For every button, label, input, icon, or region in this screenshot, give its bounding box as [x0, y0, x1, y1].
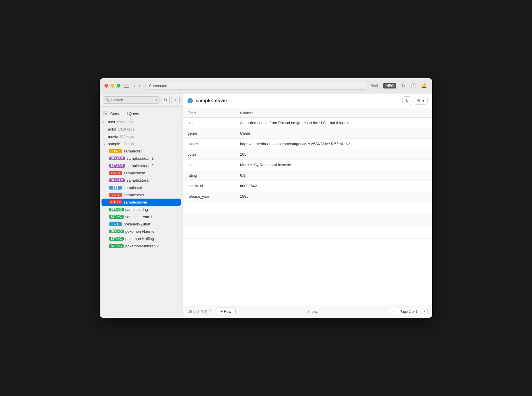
field-name: release_year	[183, 191, 235, 202]
table-row[interactable]: title Murder: By Reason of Insanity	[183, 160, 432, 170]
empty-row	[183, 214, 432, 226]
search-input[interactable]	[111, 98, 155, 102]
list-item[interactable]: STRING sample:string	[100, 206, 183, 213]
maximize-button[interactable]	[117, 84, 120, 88]
command-query-item[interactable]: ⊞ Command Query	[100, 109, 183, 118]
item-label: sample:hash	[124, 171, 145, 175]
search-icon: 🔍	[105, 98, 110, 102]
footer: DB 0 (8,404) ⌃ + Row 8 rows ‹ Page 1 of …	[183, 305, 432, 318]
sample-items: LIST sample:list STREAM sample:stream3 S…	[100, 147, 183, 250]
sidebar-toggle-button[interactable]	[124, 84, 129, 88]
db-selector-button[interactable]: ⌃	[209, 310, 211, 314]
db-label: DB 0 (8,404)	[188, 310, 207, 314]
field-content: 1985	[235, 191, 432, 202]
type-badge: STRING	[109, 230, 124, 233]
command-query-label: Command Query	[110, 112, 139, 116]
type-badge: STRING	[109, 244, 124, 248]
forward-button[interactable]: ›	[138, 83, 141, 89]
type-badge: STREAM	[109, 157, 125, 160]
list-item[interactable]: STRING pokemon-Koffing	[100, 235, 183, 242]
sidebar-refresh-button[interactable]: ↻	[162, 96, 170, 104]
field-content: Murder: By Reason of Insanity	[235, 160, 432, 170]
table-row[interactable]: release_year 1985	[183, 191, 432, 202]
item-label: sample:string	[125, 207, 148, 212]
row-count: 8 rows	[240, 310, 385, 314]
list-item[interactable]: ZSET sample:zset	[100, 191, 183, 199]
search-box: 🔍 ▾	[103, 96, 160, 104]
item-label: sample:movie	[124, 200, 147, 204]
content-refresh-button[interactable]: ↻	[402, 96, 411, 105]
info-button[interactable]: INFO	[383, 83, 396, 88]
list-item[interactable]: HASH sample:movie	[102, 199, 181, 206]
gear-icon: ⚙	[417, 98, 421, 103]
list-item[interactable]: STRING sample:stream1	[100, 213, 183, 220]
item-label: sample:stream2	[127, 164, 153, 168]
table-row[interactable]: ibmdb_id tt0089642	[183, 181, 432, 191]
sidebar-list: ⊞ Command Query › user 5996 keys › actor…	[100, 107, 183, 318]
table-header-row: Field Content	[183, 108, 432, 118]
history-icon-btn[interactable]: 🕐	[410, 82, 417, 89]
list-item[interactable]: LIST sample:list	[100, 147, 183, 155]
table-row[interactable]: genre Crime	[183, 128, 432, 139]
back-button[interactable]: ‹	[133, 83, 136, 89]
sidebar-item-user[interactable]: › user 5996 keys	[100, 118, 183, 126]
command-query-icon: ⊞	[103, 111, 108, 116]
item-label: sample:stream1	[125, 215, 152, 219]
field-name: ibmdb_id	[183, 181, 235, 191]
content-header-actions: ↻ ⚙ ▾	[402, 96, 428, 105]
type-badge: STRING	[109, 215, 124, 219]
close-button[interactable]	[104, 84, 108, 88]
address-bar: Connected.	[145, 82, 367, 90]
list-item[interactable]: STRING pokemon-Haunter	[100, 228, 183, 235]
table-row[interactable]: plot A married couple from Poland emigra…	[183, 118, 432, 128]
sample-category-label: sample	[108, 142, 120, 146]
list-item[interactable]: STREAM sample:stream	[100, 177, 183, 184]
list-item[interactable]: SET sample:set	[100, 184, 183, 191]
table-row[interactable]: poster https://m.media-amazon.com/images…	[183, 139, 432, 149]
col-field-header: Field	[183, 108, 235, 118]
chevron-right-icon-actor: ›	[103, 128, 107, 131]
item-label: sample:zset	[124, 193, 144, 197]
sidebar-add-button[interactable]: ＋	[172, 96, 180, 104]
list-item[interactable]: STRING pokemon-Nidoran ?...	[100, 242, 183, 250]
list-item[interactable]: HASH sample:hash	[100, 169, 183, 177]
table-row[interactable]: rating 6.3	[183, 170, 432, 181]
field-name: plot	[183, 118, 235, 128]
movie-key-count: 920 keys	[120, 135, 134, 139]
movie-category-label: movie	[108, 134, 118, 139]
type-badge: SET	[109, 186, 122, 190]
app-window: ‹ › Connected. Redis INFO ↻ 🕐 🔔 🔍 ▾ ↻	[100, 78, 432, 318]
list-item[interactable]: STREAM sample:stream2	[100, 162, 183, 169]
add-row-button[interactable]: + Row	[216, 308, 236, 315]
type-badge: HASH	[109, 171, 122, 175]
sidebar-item-actor[interactable]: › actor 1318 keys	[100, 126, 183, 133]
search-dropdown-button[interactable]: ▾	[156, 98, 157, 102]
key-info-icon: i	[188, 98, 193, 103]
sidebar-item-movie[interactable]: › movie 920 keys	[100, 133, 183, 140]
field-name: genre	[183, 128, 235, 139]
list-item[interactable]: SET pokemon-Zubat	[100, 220, 183, 228]
field-content: A married couple from Poland emigrates t…	[235, 118, 432, 128]
field-content: 6.3	[235, 170, 432, 181]
next-page-button[interactable]: ›	[421, 308, 428, 315]
content-settings-button[interactable]: ⚙ ▾	[414, 97, 428, 105]
titlebar-right: Redis INFO ↻ 🕐 🔔	[371, 82, 428, 89]
field-content: 105	[235, 149, 432, 160]
minimize-button[interactable]	[111, 84, 114, 88]
prev-page-button[interactable]: ‹	[390, 308, 396, 315]
chevron-right-icon-movie: ›	[103, 135, 107, 138]
page-info: Page 1 of 1	[396, 308, 421, 315]
notifications-icon-btn[interactable]: 🔔	[421, 82, 428, 89]
sidebar-item-sample[interactable]: ∨ sample 10 keys	[100, 140, 183, 147]
list-item[interactable]: STREAM sample:stream3	[100, 155, 183, 162]
sidebar-toolbar: 🔍 ▾ ↻ ＋	[100, 93, 183, 107]
field-name: poster	[183, 139, 235, 149]
field-content: tt0089642	[235, 181, 432, 191]
user-category-label: user	[108, 120, 115, 124]
field-name: title	[183, 160, 235, 170]
col-content-header: Content	[235, 108, 432, 118]
table-body: plot A married couple from Poland emigra…	[183, 118, 432, 239]
table-row[interactable]: votes 105	[183, 149, 432, 160]
item-label: pokemon-Haunter	[125, 229, 156, 234]
refresh-icon-btn[interactable]: ↻	[400, 82, 407, 89]
